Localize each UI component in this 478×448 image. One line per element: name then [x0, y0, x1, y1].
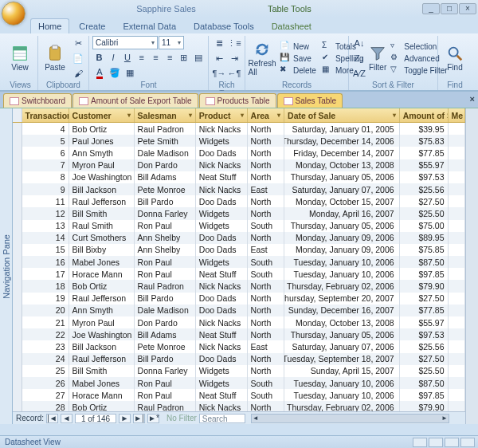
- table-row[interactable]: 17Horace MannRon PaulNeat StuffSouthTues…: [13, 268, 465, 280]
- font-color-button[interactable]: A: [92, 65, 107, 80]
- rtl-button[interactable]: ←¶: [227, 66, 241, 81]
- tab-home[interactable]: Home: [30, 18, 69, 33]
- tab-external-data[interactable]: External Data: [115, 18, 184, 33]
- table-row[interactable]: 27Horace MannRon PaulNeat StuffSouthTues…: [13, 389, 465, 401]
- col-customer[interactable]: Customer▾: [69, 108, 135, 122]
- table-row[interactable]: 4Bob OrtizRaul PadronNick NacksNorthSatu…: [13, 123, 465, 135]
- gridlines-button[interactable]: ⊞: [178, 50, 191, 65]
- nav-next-button[interactable]: ►: [119, 414, 131, 423]
- cut-button[interactable]: ✂: [71, 36, 85, 50]
- format-painter-button[interactable]: 🖌: [71, 66, 85, 81]
- document-tabs: Switchboard Amount of Sale Export Table …: [0, 91, 478, 108]
- filter-status: No Filter: [167, 414, 197, 422]
- office-button[interactable]: [2, 2, 25, 26]
- ltr-button[interactable]: ¶→: [212, 66, 226, 81]
- table-row[interactable]: 28Bob OrtizRaul PadronNick NacksNorthThu…: [13, 401, 465, 411]
- table-row[interactable]: 26Mabel JonesRon PaulWidgetsSouthTuesday…: [13, 377, 465, 389]
- doctab-export-table[interactable]: Amount of Sale Export Table: [72, 93, 198, 108]
- table-row[interactable]: 5Paul JonesPete SmithWidgetsNorthThursda…: [13, 135, 465, 147]
- view-datasheet-icon[interactable]: [413, 438, 427, 447]
- tab-create[interactable]: Create: [71, 18, 113, 33]
- doctab-sales-table[interactable]: Sales Table: [277, 93, 343, 108]
- bold-button[interactable]: B: [92, 50, 106, 65]
- col-amount[interactable]: Amount of Sale▾: [400, 108, 449, 122]
- status-text: Datasheet View: [5, 438, 61, 446]
- align-left-button[interactable]: ≡: [135, 50, 148, 65]
- save-record-button[interactable]: 💾Save: [278, 53, 318, 64]
- grid-body[interactable]: 4Bob OrtizRaul PadronNick NacksNorthSatu…: [13, 123, 465, 411]
- indent-button[interactable]: ⇥: [227, 51, 241, 65]
- table-row[interactable]: 7Myron PaulDon PardoNick NacksNorthMonda…: [13, 159, 465, 171]
- clear-sort-button[interactable]: A⁄Z: [352, 66, 366, 81]
- col-me[interactable]: Me: [449, 108, 465, 122]
- view-pivot-icon[interactable]: [429, 438, 443, 447]
- nav-last-button[interactable]: ►|: [133, 414, 145, 423]
- col-transaction[interactable]: Transaction▾: [22, 108, 69, 122]
- fill-color-button[interactable]: 🪣: [108, 65, 122, 80]
- table-row[interactable]: 25Bill SmithDonna FarleyWidgetsNorthSund…: [13, 365, 465, 377]
- svg-point-6: [449, 48, 458, 57]
- font-size-combo[interactable]: 11▾: [159, 36, 184, 49]
- nav-new-button[interactable]: ►*: [147, 414, 159, 423]
- table-row[interactable]: 8Joe WashingtonBill AdamsNeat StuffNorth…: [13, 171, 465, 183]
- align-center-button[interactable]: ≡: [149, 50, 163, 65]
- minimize-button[interactable]: _: [422, 3, 440, 14]
- table-row[interactable]: 20Ann SmythDale MadisonDoo DadsNorthSund…: [13, 305, 465, 316]
- table-row[interactable]: 16Mabel JonesRon PaulWidgetsSouthTuesday…: [13, 256, 465, 268]
- panel-sortfilter: Sort & Filter: [352, 81, 434, 90]
- tab-database-tools[interactable]: Database Tools: [186, 18, 262, 33]
- nav-first-button[interactable]: |◄: [46, 414, 58, 423]
- table-row[interactable]: 9Bill JacksonPete MonroeNick NacksEastSa…: [13, 183, 465, 195]
- search-box[interactable]: Search: [199, 414, 245, 423]
- outdent-button[interactable]: ⇤: [212, 51, 226, 65]
- navigation-pane-collapsed[interactable]: Navigation Pane: [0, 108, 13, 424]
- font-name-combo[interactable]: Calibri▾: [92, 36, 158, 49]
- refresh-all-button[interactable]: Refresh All: [249, 41, 276, 77]
- horizontal-scrollbar[interactable]: [251, 414, 449, 423]
- tab-datasheet[interactable]: Datasheet: [264, 18, 319, 33]
- col-salesman[interactable]: Salesman▾: [135, 108, 196, 122]
- app-title: Sapphire Sales: [136, 4, 196, 14]
- nav-prev-button[interactable]: ◄: [61, 414, 72, 423]
- view-design-icon[interactable]: [460, 438, 475, 447]
- doctab-products-table[interactable]: Products Table: [199, 93, 276, 108]
- altrow-button[interactable]: ▤: [191, 50, 205, 65]
- numbers-button[interactable]: ⋮≡: [227, 36, 241, 50]
- new-record-button[interactable]: 📄New: [278, 41, 318, 52]
- col-area[interactable]: Area▾: [248, 108, 284, 122]
- col-date[interactable]: Date of Sale▾: [284, 108, 400, 122]
- table-row[interactable]: 21Myron PaulDon PardoNick NacksNorthMond…: [13, 316, 465, 328]
- table-row[interactable]: 24Raul JeffersonBill PardoDoo DadsNorthT…: [13, 353, 465, 365]
- table-row[interactable]: 18Bob OrtizRaul PadronNick NacksNorthThu…: [13, 280, 465, 292]
- view-chart-icon[interactable]: [445, 438, 459, 447]
- table-row[interactable]: 6Ann SmythDale MadisonDoo DadsNorthFrida…: [13, 147, 465, 159]
- table-row[interactable]: 22Joe WashingtonBill AdamsNeat StuffNort…: [13, 328, 465, 340]
- nav-position[interactable]: 1 of 146: [75, 414, 116, 423]
- table-row[interactable]: 12Bill SmithDonna FarleyWidgetsNorthMond…: [13, 207, 465, 219]
- close-button[interactable]: ×: [459, 3, 476, 14]
- copy-button[interactable]: 📄: [71, 51, 85, 65]
- grid-color-button[interactable]: ▦: [123, 65, 137, 80]
- col-product[interactable]: Product▾: [196, 108, 248, 122]
- underline-button[interactable]: U: [121, 50, 135, 65]
- filter-button[interactable]: Filter: [369, 45, 386, 72]
- table-row[interactable]: 15Bill BixbyAnn ShelbyDoo DadsEastMonday…: [13, 244, 465, 256]
- doctab-switchboard[interactable]: Switchboard: [3, 93, 72, 108]
- find-button[interactable]: Find: [441, 45, 468, 72]
- maximize-button[interactable]: □: [441, 3, 458, 14]
- align-right-button[interactable]: ≡: [163, 50, 177, 65]
- italic-button[interactable]: I: [107, 50, 120, 65]
- table-row[interactable]: 13Raul SmithRon PaulWidgetsSouthThursday…: [13, 220, 465, 232]
- sort-desc-button[interactable]: Z↓: [352, 51, 366, 65]
- bullets-button[interactable]: ≣: [212, 36, 226, 50]
- table-row[interactable]: 19Raul JeffersonBill PardoDoo DadsNorthT…: [13, 293, 465, 305]
- vertical-scrollbar[interactable]: [465, 108, 478, 424]
- paste-button[interactable]: Paste: [41, 45, 69, 72]
- table-row[interactable]: 23Bill JacksonPete MonroeNick NacksEastS…: [13, 340, 465, 352]
- table-row[interactable]: 11Raul JeffersonBill PardoDoo DadsNorthM…: [13, 195, 465, 207]
- table-row[interactable]: 14Curt SmothersAnn ShelbyDoo DadsNorthMo…: [13, 232, 465, 244]
- view-button[interactable]: View: [6, 45, 33, 72]
- delete-record-button[interactable]: ✖Delete: [278, 65, 318, 76]
- sort-asc-button[interactable]: A↓: [352, 36, 366, 50]
- close-tab-button[interactable]: ×: [470, 94, 475, 104]
